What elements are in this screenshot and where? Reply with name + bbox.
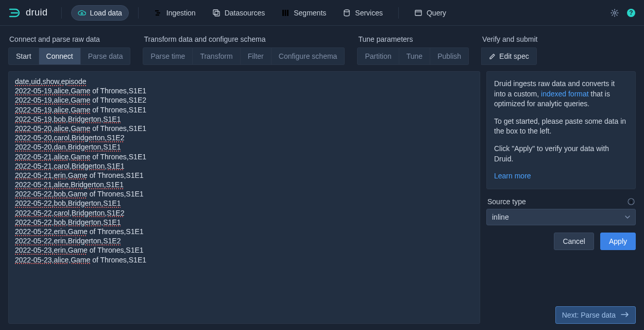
top-right-icons: ? [610,8,636,18]
primary-nav: Load data Ingestion Datasources Segments [56,5,453,21]
nav-separator [398,7,399,19]
help-paragraph: Click "Apply" to verify your data with D… [494,144,628,164]
help-paragraph: To get started, please paste some data i… [494,117,628,137]
step-start[interactable]: Start [8,47,39,65]
nav-services[interactable]: Services [336,6,389,20]
step-transform[interactable]: Transform [193,47,240,65]
cancel-button[interactable]: Cancel [554,233,594,250]
svg-rect-16 [631,200,631,200]
svg-rect-0 [155,10,159,11]
help-panel: Druid ingests raw data and converts it i… [486,71,636,189]
action-row: Cancel Apply [486,233,636,250]
nav-query[interactable]: Query [408,6,452,20]
step-parse-time[interactable]: Parse time [143,47,193,65]
step-publish[interactable]: Publish [430,47,469,65]
wizard-group-label: Tune parameters [357,35,469,43]
svg-point-8 [344,10,349,12]
segments-icon [281,9,290,17]
step-parse-data[interactable]: Parse data [81,47,131,65]
svg-point-11 [614,11,616,13]
source-type-label: Source type [487,197,635,206]
apply-button[interactable]: Apply [600,233,636,250]
nav-label: Segments [294,9,326,17]
work-area: date,uid,show,episode2022-05-19,alice,Ga… [0,65,644,330]
nav-separator [138,7,139,19]
side-panel: Druid ingests raw data and converts it i… [486,71,636,324]
nav-ingestion[interactable]: Ingestion [148,6,202,20]
step-configure-schema[interactable]: Configure schema [272,47,345,65]
step-label: Edit spec [499,52,529,60]
info-icon[interactable] [628,198,635,205]
druid-logo-icon [8,6,22,20]
nav-datasources[interactable]: Datasources [206,6,272,20]
wizard-group-verify: Verify and submit Edit spec [481,35,537,65]
nav-label: Query [427,9,446,17]
svg-rect-15 [631,201,631,203]
database-icon [343,9,351,17]
step-connect[interactable]: Connect [39,47,81,65]
wizard-group-connect: Connect and parse raw data Start Connect… [8,35,130,65]
top-bar: druid Load data Ingestion Datasources [0,0,644,26]
link-indexed-format[interactable]: indexed format [541,90,589,98]
wizard-group-label: Verify and submit [481,35,537,43]
application-icon [414,9,422,17]
wizard-steps: Connect and parse raw data Start Connect… [0,26,644,65]
svg-rect-1 [157,12,160,13]
gear-icon[interactable] [610,8,619,18]
svg-rect-9 [415,10,421,15]
nav-label: Load data [90,9,122,17]
source-type-select[interactable]: inline [486,209,636,225]
step-tune[interactable]: Tune [399,47,430,65]
link-learn-more[interactable]: Learn more [494,172,531,180]
nav-label: Services [355,9,383,17]
help-paragraph: Druid ingests raw data and converts it i… [494,79,628,109]
upload-icon [78,9,86,17]
brand-logo[interactable]: druid [8,6,48,20]
next-button[interactable]: Next: Parse data [555,306,636,324]
nav-load-data[interactable]: Load data [71,5,129,21]
wizard-group-label: Connect and parse raw data [8,35,130,43]
nav-segments[interactable]: Segments [275,6,332,20]
step-filter[interactable]: Filter [241,47,272,65]
raw-data-text[interactable]: date,uid,show,episode2022-05-19,alice,Ga… [15,77,473,265]
svg-rect-3 [213,10,218,14]
svg-rect-5 [282,10,284,16]
select-value: inline [492,213,509,221]
stack-icon [212,9,221,17]
svg-rect-2 [156,14,159,15]
next-button-label: Next: Parse data [562,311,616,319]
gantt-icon [154,9,162,17]
wizard-group-tune: Tune parameters Partition Tune Publish [357,35,469,65]
svg-rect-6 [285,10,286,16]
help-icon[interactable]: ? [626,8,636,18]
brand-name: druid [26,7,48,18]
raw-data-input[interactable]: date,uid,show,episode2022-05-19,alice,Ga… [8,71,480,324]
edit-icon [489,53,496,60]
step-edit-spec[interactable]: Edit spec [481,47,537,65]
svg-rect-7 [287,10,289,16]
nav-label: Ingestion [166,9,196,17]
nav-label: Datasources [225,9,265,17]
nav-separator [61,7,62,19]
arrow-right-icon [621,311,629,319]
wizard-group-label: Transform data and configure schema [143,35,345,43]
field-label-text: Source type [487,197,526,206]
svg-rect-4 [215,11,219,16]
chevron-down-icon [625,213,630,221]
wizard-group-transform: Transform data and configure schema Pars… [143,35,345,65]
step-partition[interactable]: Partition [357,47,399,65]
svg-text:?: ? [629,9,633,16]
